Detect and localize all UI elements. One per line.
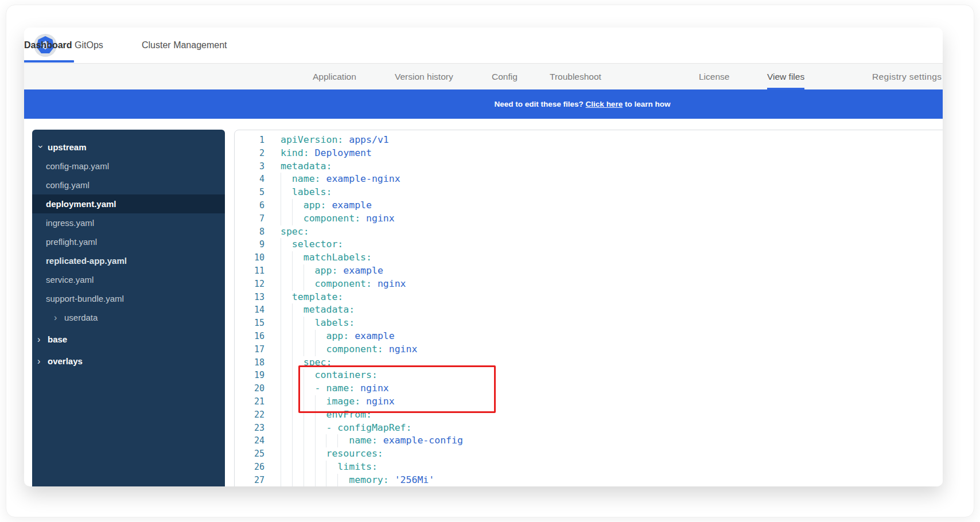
code-line: 1apiVersion: apps/v1 xyxy=(235,134,943,147)
code-content: limits: xyxy=(281,461,378,474)
indent-guides xyxy=(281,186,292,199)
line-number: 15 xyxy=(235,317,265,330)
banner-text-after: to learn how xyxy=(623,100,670,108)
indent-guides xyxy=(281,447,326,461)
code-content: spec: xyxy=(281,356,332,369)
indent-guides xyxy=(281,395,326,408)
chevron-right-icon: › xyxy=(37,334,43,345)
code-content: metadata: xyxy=(281,303,355,317)
click-here-link[interactable]: Click here xyxy=(586,100,623,108)
code-line: 14metadata: xyxy=(235,303,943,317)
indent-guides xyxy=(281,264,315,278)
file-item-support-bundle.yaml[interactable]: support-bundle.yaml xyxy=(32,289,225,308)
chevron-right-icon: › xyxy=(37,356,43,367)
folder-item-overlays[interactable]: ›overlays xyxy=(32,352,225,371)
code-content: apiVersion: apps/v1 xyxy=(281,134,389,147)
code-content: memory: '256Mi' xyxy=(281,474,434,486)
code-line: 25resources: xyxy=(235,447,943,461)
file-item-ingress.yaml[interactable]: ingress.yaml xyxy=(32,213,225,232)
code-content: labels: xyxy=(281,186,332,199)
file-item-replicated-app.yaml[interactable]: replicated-app.yaml xyxy=(32,251,225,270)
indent-guides xyxy=(281,291,292,304)
tree-item-label: config-map.yaml xyxy=(46,161,109,171)
code-line: 23- configMapRef: xyxy=(235,422,943,435)
code-content: - configMapRef: xyxy=(281,422,411,435)
code-content: labels: xyxy=(281,317,355,330)
subnav-tab-license[interactable]: License xyxy=(699,64,729,89)
line-number: 22 xyxy=(235,408,265,422)
code-content: resources: xyxy=(281,447,383,461)
code-content: containers: xyxy=(281,369,378,382)
code-line: 17component: nginx xyxy=(235,343,943,356)
banner-message: Need to edit these files? Click here to … xyxy=(222,100,943,108)
line-number: 10 xyxy=(235,251,265,264)
subnav-tab-config[interactable]: Config xyxy=(492,64,518,89)
subnav-tab-version-history[interactable]: Version history xyxy=(395,64,453,89)
code-content: envFrom: xyxy=(281,408,372,422)
indent-guides xyxy=(281,278,315,291)
folder-item-base[interactable]: ›base xyxy=(32,330,225,349)
line-number: 7 xyxy=(235,212,265,225)
line-number: 3 xyxy=(235,160,265,173)
line-number: 23 xyxy=(235,422,265,435)
code-line: 6app: example xyxy=(235,199,943,212)
code-line: 16app: example xyxy=(235,330,943,343)
edit-files-banner: Need to edit these files? Click here to … xyxy=(24,89,943,119)
code-content: template: xyxy=(281,291,343,304)
code-line: 26limits: xyxy=(235,461,943,474)
indent-guides xyxy=(281,199,304,212)
file-item-deployment.yaml[interactable]: deployment.yaml xyxy=(32,194,225,213)
line-number: 5 xyxy=(235,186,265,199)
subnav-tab-troubleshoot[interactable]: Troubleshoot xyxy=(550,64,601,89)
line-number: 20 xyxy=(235,382,265,395)
code-content: selector: xyxy=(281,238,343,251)
indent-guides xyxy=(281,317,315,330)
banner-text-before: Need to edit these files? xyxy=(495,100,586,108)
code-content: image: nginx xyxy=(281,395,395,408)
code-line: 24name: example-config xyxy=(235,434,943,447)
nav-tab-dashboard[interactable]: Dashboard xyxy=(24,28,72,63)
file-item-preflight.yaml[interactable]: preflight.yaml xyxy=(32,232,225,251)
code-lines: 1apiVersion: apps/v12kind: Deployment3me… xyxy=(235,134,943,486)
nav-tab-gitops[interactable]: GitOps xyxy=(75,28,103,63)
code-line: 3metadata: xyxy=(235,160,943,173)
code-editor[interactable]: 1apiVersion: apps/v12kind: Deployment3me… xyxy=(234,130,943,486)
line-number: 16 xyxy=(235,330,265,343)
line-number: 2 xyxy=(235,147,265,160)
code-line: 5labels: xyxy=(235,186,943,199)
sub-nav: ApplicationVersion historyConfigTroubles… xyxy=(24,64,943,89)
tree-item-label: service.yaml xyxy=(46,275,94,285)
code-content: component: nginx xyxy=(281,343,417,356)
code-line: 12component: nginx xyxy=(235,278,943,291)
code-line: 2kind: Deployment xyxy=(235,147,943,160)
code-content: component: nginx xyxy=(281,278,406,291)
code-line: 13template: xyxy=(235,291,943,304)
top-nav-tabs: DashboardGitOpsCluster Management xyxy=(24,28,943,63)
tree-item-label: userdata xyxy=(64,313,98,322)
code-line: 15labels: xyxy=(235,317,943,330)
code-line: 7component: nginx xyxy=(235,212,943,225)
code-content: metadata: xyxy=(281,160,332,173)
subnav-tab-registry-settings[interactable]: Registry settings xyxy=(872,64,942,89)
folder-item-userdata[interactable]: ›userdata xyxy=(32,308,225,327)
line-number: 12 xyxy=(235,278,265,291)
indent-guides xyxy=(281,461,337,474)
line-number: 1 xyxy=(235,134,265,147)
indent-guides xyxy=(281,212,304,225)
file-item-config-map.yaml[interactable]: config-map.yaml xyxy=(32,157,225,176)
file-item-config.yaml[interactable]: config.yaml xyxy=(32,176,225,194)
code-line: 11app: example xyxy=(235,264,943,278)
code-line: 9selector: xyxy=(235,238,943,251)
subnav-tab-application[interactable]: Application xyxy=(313,64,356,89)
nav-tab-cluster-management[interactable]: Cluster Management xyxy=(142,28,227,63)
line-number: 11 xyxy=(235,264,265,278)
indent-guides xyxy=(281,369,315,382)
line-number: 19 xyxy=(235,369,265,382)
code-content: name: example-nginx xyxy=(281,173,400,186)
code-content: name: example-config xyxy=(281,434,463,447)
code-line: 19containers: xyxy=(235,369,943,382)
subnav-tab-view-files[interactable]: View files xyxy=(767,64,804,89)
file-item-service.yaml[interactable]: service.yaml xyxy=(32,270,225,289)
folder-item-upstream[interactable]: ›upstream xyxy=(32,138,225,157)
line-number: 4 xyxy=(235,173,265,186)
